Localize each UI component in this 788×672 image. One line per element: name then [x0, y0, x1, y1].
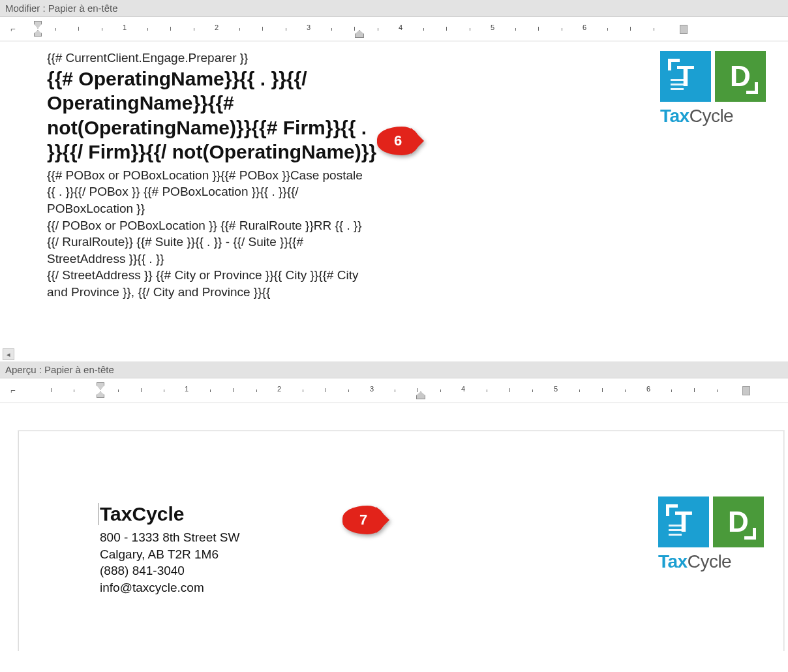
preview-page: TaxCycle 800 - 1333 8th Street SW Calgar… — [18, 431, 784, 651]
logo-tile-d-icon: D — [713, 496, 764, 547]
ruler-number: 1 — [123, 23, 127, 31]
ruler-number: 2 — [277, 385, 281, 393]
right-margin-marker[interactable] — [680, 25, 688, 34]
annotation-callout-7: 7 — [342, 506, 384, 534]
logo-tile-t-icon: T — [660, 51, 711, 102]
tab-stop-marker[interactable] — [355, 30, 364, 38]
preview-company-name: TaxCycle — [98, 503, 239, 525]
hanging-indent-marker[interactable] — [34, 30, 42, 37]
editor-ruler[interactable]: ⌐ 1 2 3 4 5 6 — [0, 17, 788, 42]
ruler-number: 4 — [399, 23, 402, 31]
preview-ruler[interactable]: ⌐ 1 2 3 4 5 6 — [0, 378, 788, 403]
preview-city: Calgary, AB T2R 1M6 — [100, 546, 239, 563]
template-editor-area[interactable]: {{# CurrentClient.Engage.Preparer }} {{#… — [0, 42, 788, 361]
template-heading-code[interactable]: {{# OperatingName}}{{ . }}{{/ OperatingN… — [47, 67, 386, 164]
template-body-code[interactable]: {{/ POBox or POBoxLocation }} {{# RuralR… — [47, 217, 373, 267]
logo-tile-t-icon: T — [658, 496, 709, 547]
template-body-code[interactable]: {{# POBox or POBoxLocation }}{{# POBox }… — [47, 167, 373, 217]
logo-tile-d-icon: D — [715, 51, 766, 102]
first-line-indent-marker[interactable] — [34, 21, 42, 29]
logo-image: T D TaxCycle — [658, 496, 764, 572]
editor-panel-title: Modifier : Papier à en-tête — [0, 0, 788, 17]
ruler-number: 4 — [461, 385, 465, 393]
logo-brand-text: TaxCycle — [660, 106, 766, 127]
scroll-left-button[interactable]: ◂ — [3, 348, 14, 360]
annotation-callout-6: 6 — [377, 127, 419, 155]
tab-stop-marker[interactable] — [416, 391, 425, 399]
ruler-number: 6 — [583, 23, 586, 31]
preview-address: 800 - 1333 8th Street SW — [100, 529, 239, 546]
letterhead-preview-text: TaxCycle 800 - 1333 8th Street SW Calgar… — [100, 503, 239, 596]
ruler-number: 2 — [215, 23, 219, 31]
preview-email: info@taxcycle.com — [100, 579, 239, 596]
ruler-left-bracket: ⌐ — [10, 386, 16, 395]
ruler-left-bracket: ⌐ — [10, 24, 16, 34]
chevron-left-icon: ◂ — [7, 350, 10, 359]
template-body-code[interactable]: {{/ StreetAddress }} {{# City or Provinc… — [47, 267, 373, 300]
ruler-number: 6 — [646, 385, 650, 393]
ruler-number: 1 — [185, 385, 189, 393]
ruler-number: 3 — [307, 23, 311, 31]
ruler-number: 5 — [554, 385, 558, 393]
preview-panel-title: Aperçu : Papier à en-tête — [0, 361, 788, 378]
ruler-number: 3 — [370, 385, 374, 393]
hanging-indent-marker[interactable] — [97, 391, 104, 398]
first-line-indent-marker[interactable] — [97, 382, 104, 390]
ruler-number: 5 — [491, 23, 494, 31]
preview-area: TaxCycle 800 - 1333 8th Street SW Calgar… — [0, 403, 788, 651]
right-margin-marker[interactable] — [742, 386, 750, 395]
logo-image: T D TaxCycle — [660, 51, 766, 127]
logo-brand-text: TaxCycle — [658, 551, 764, 572]
preview-phone: (888) 841-3040 — [100, 562, 239, 579]
